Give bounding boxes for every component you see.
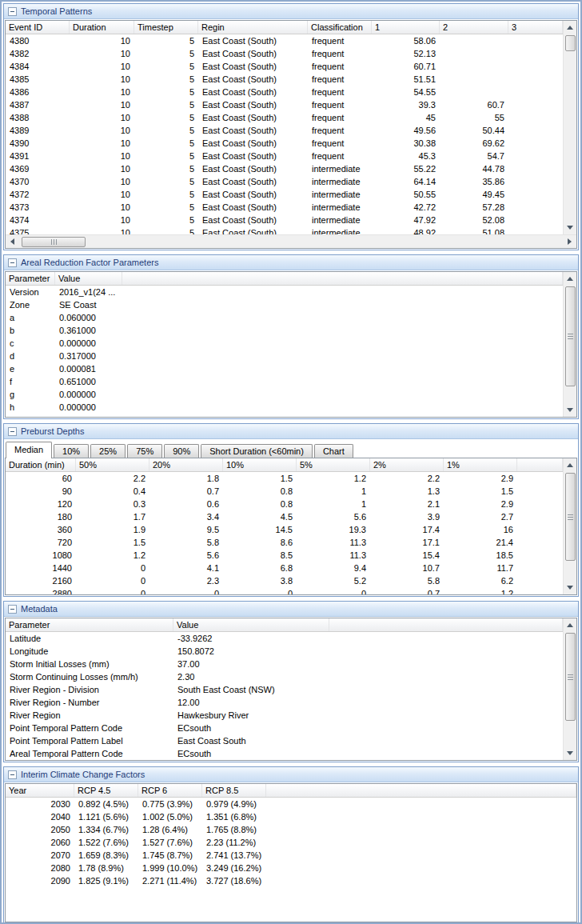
scroll-up-button[interactable] — [564, 458, 577, 472]
table-row[interactable]: 900.40.70.811.31.5 — [6, 485, 563, 498]
column-header[interactable] — [329, 618, 563, 631]
table-row[interactable]: 20601.522 (7.6%)1.527 (7.6%)2.23 (11.2%) — [6, 836, 576, 849]
table-row[interactable]: 144004.16.89.410.711.7 — [6, 562, 563, 574]
column-header[interactable]: 5% — [297, 458, 370, 471]
column-header[interactable]: 2 — [440, 21, 508, 34]
scroll-right-button[interactable] — [563, 235, 576, 249]
column-header[interactable]: 3 — [508, 21, 563, 34]
collapse-icon[interactable] — [8, 605, 17, 614]
table-row[interactable]: f0.651000 — [6, 375, 563, 388]
vertical-scrollbar-thumb[interactable] — [565, 286, 576, 386]
table-row[interactable]: Longitude150.8072 — [6, 645, 563, 658]
table-row[interactable]: 4390105East Coast (South)frequent30.3869… — [6, 137, 563, 150]
horizontal-scrollbar[interactable] — [6, 234, 576, 248]
column-header[interactable] — [122, 272, 563, 285]
scroll-up-button[interactable] — [564, 21, 577, 34]
table-row[interactable]: 4389105East Coast (South)frequent49.5650… — [6, 124, 563, 137]
table-row[interactable]: 4384105East Coast (South)frequent60.71 — [6, 60, 563, 73]
collapse-icon[interactable] — [8, 258, 17, 267]
column-header[interactable]: Parameter — [6, 272, 55, 285]
table-row[interactable]: 4385105East Coast (South)frequent51.51 — [6, 73, 563, 86]
tab-75[interactable]: 75% — [127, 444, 162, 458]
table-row[interactable]: 7201.55.88.611.317.121.4 — [6, 536, 563, 549]
vertical-scrollbar[interactable] — [563, 458, 576, 594]
column-header[interactable] — [517, 458, 563, 471]
table-row[interactable]: c0.000000 — [6, 337, 563, 350]
table-row[interactable]: 20300.892 (4.5%)0.775 (3.9%)0.979 (4.9%) — [6, 798, 576, 810]
column-header[interactable] — [266, 784, 576, 797]
column-header[interactable]: Duration — [70, 21, 134, 34]
table-row[interactable]: River RegionHawkesbury River — [6, 709, 563, 722]
tab-short-duration-60min[interactable]: Short Duration (<60min) — [201, 444, 313, 458]
collapse-icon[interactable] — [8, 427, 17, 436]
table-row[interactable]: 3601.99.514.519.317.416 — [6, 523, 563, 536]
column-header[interactable]: 10% — [223, 458, 297, 471]
tab-90[interactable]: 90% — [164, 444, 199, 458]
table-row[interactable]: Storm Continuing Losses (mm/h)2.30 — [6, 670, 563, 683]
scroll-left-button[interactable] — [6, 235, 19, 249]
table-row[interactable]: 4372105East Coast (South)intermediate50.… — [6, 188, 563, 201]
table-row[interactable]: 20501.334 (6.7%)1.28 (6.4%)1.765 (8.8%) — [6, 823, 576, 836]
table-row[interactable]: Storm Initial Losses (mm)37.00 — [6, 658, 563, 670]
table-row[interactable]: 288000000.71.2 — [6, 587, 563, 594]
table-row[interactable]: 10801.25.68.511.315.418.5 — [6, 549, 563, 562]
table-row[interactable]: 4369105East Coast (South)intermediate55.… — [6, 162, 563, 175]
scroll-up-button[interactable] — [564, 618, 577, 632]
table-row[interactable]: 4391105East Coast (South)frequent45.354.… — [6, 150, 563, 162]
scroll-down-button[interactable] — [564, 403, 577, 417]
table-row[interactable]: 20901.825 (9.1%)2.271 (11.4%)3.727 (18.6… — [6, 874, 576, 887]
table-row[interactable]: h0.000000 — [6, 401, 563, 414]
vertical-scrollbar-thumb[interactable] — [565, 35, 576, 51]
table-row[interactable]: b0.361000 — [6, 324, 563, 337]
table-row[interactable]: 216002.33.85.25.86.2 — [6, 574, 563, 587]
table-row[interactable]: 4387105East Coast (South)frequent39.360.… — [6, 98, 563, 111]
column-header[interactable]: Event ID — [6, 21, 70, 34]
table-row[interactable]: River Region - Number12.00 — [6, 696, 563, 709]
table-row[interactable]: 4386105East Coast (South)frequent54.55 — [6, 86, 563, 98]
table-row[interactable]: g0.000000 — [6, 388, 563, 401]
column-header[interactable]: Regin — [198, 21, 308, 34]
vertical-scrollbar[interactable] — [563, 272, 576, 417]
tab-25[interactable]: 25% — [90, 444, 126, 458]
table-row[interactable]: River Region - DivisionSouth East Coast … — [6, 683, 563, 696]
vertical-scrollbar-thumb[interactable] — [565, 473, 576, 561]
column-header[interactable]: RCP 8.5 — [202, 784, 266, 797]
column-header[interactable]: Value — [173, 618, 329, 631]
vertical-scrollbar-thumb[interactable] — [565, 633, 576, 721]
column-header[interactable]: RCP 6 — [138, 784, 202, 797]
table-row[interactable]: 1801.73.44.55.63.92.7 — [6, 510, 563, 523]
table-row[interactable]: Point Temporal Pattern CodeECsouth — [6, 722, 563, 734]
tab-10[interactable]: 10% — [54, 444, 89, 458]
column-header[interactable]: Year — [6, 784, 74, 797]
table-row[interactable]: d0.317000 — [6, 350, 563, 362]
table-row[interactable]: 4382105East Coast (South)frequent52.13 — [6, 47, 563, 60]
table-row[interactable]: ZoneSE Coast — [6, 298, 563, 311]
table-row[interactable]: 4374105East Coast (South)intermediate47.… — [6, 214, 563, 226]
horizontal-scrollbar-thumb[interactable] — [22, 237, 86, 247]
column-header[interactable]: 1% — [444, 458, 517, 471]
table-row[interactable]: Latitude-33.9262 — [6, 632, 563, 645]
table-row[interactable]: 602.21.81.51.22.22.9 — [6, 472, 563, 485]
table-row[interactable]: a0.060000 — [6, 311, 563, 324]
column-header[interactable]: Timestep — [134, 21, 198, 34]
column-header[interactable]: RCP 4.5 — [74, 784, 138, 797]
table-row[interactable]: 4388105East Coast (South)frequent4555 — [6, 111, 563, 124]
scroll-up-button[interactable] — [564, 272, 577, 286]
tab-chart[interactable]: Chart — [314, 444, 353, 458]
table-row[interactable]: 1200.30.60.812.12.9 — [6, 498, 563, 510]
column-header[interactable]: Parameter — [6, 618, 173, 631]
column-header[interactable]: Duration (min) — [6, 458, 76, 471]
column-header[interactable]: Classification — [308, 21, 372, 34]
table-row[interactable]: 4375105East Coast (South)intermediate48.… — [6, 226, 563, 234]
table-row[interactable]: Version2016_v1(24 ... — [6, 286, 563, 298]
table-row[interactable]: e0.000081 — [6, 362, 563, 375]
column-header[interactable]: 2% — [370, 458, 444, 471]
vertical-scrollbar[interactable] — [563, 618, 576, 760]
collapse-icon[interactable] — [8, 770, 17, 779]
table-row[interactable]: 20701.659 (8.3%)1.745 (8.7%)2.741 (13.7%… — [6, 849, 576, 862]
column-header[interactable]: 20% — [149, 458, 223, 471]
table-row[interactable]: 20401.121 (5.6%)1.002 (5.0%)1.351 (6.8%) — [6, 810, 576, 823]
table-row[interactable]: Point Temporal Pattern LabelEast Coast S… — [6, 734, 563, 747]
table-row[interactable]: 4373105East Coast (South)intermediate42.… — [6, 201, 563, 214]
table-row[interactable]: Areal Temporal Pattern CodeECsouth — [6, 747, 563, 760]
